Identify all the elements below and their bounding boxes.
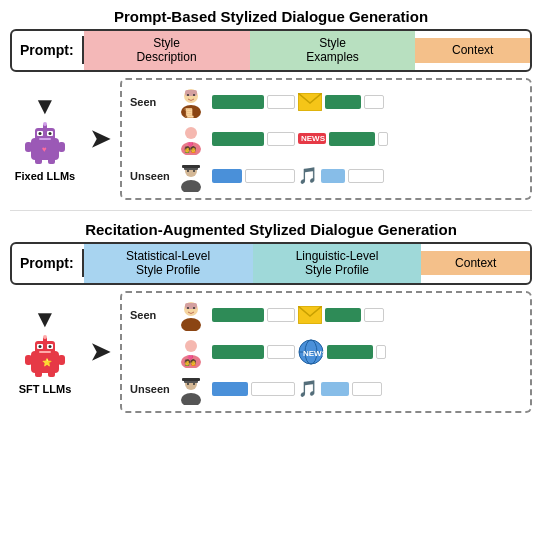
svg-rect-11 bbox=[35, 158, 42, 164]
bottom-unseen-label: Unseen bbox=[130, 383, 170, 395]
top-arrow-right: ➤ bbox=[90, 125, 110, 153]
bottom-seg-stat-profile: Statistical-Level Style Profile bbox=[84, 244, 253, 283]
bottom-bar-green-2 bbox=[212, 345, 264, 359]
top-row-3: Unseen 🎵 bbox=[130, 160, 522, 192]
svg-text:♥: ♥ bbox=[42, 145, 47, 154]
svg-point-7 bbox=[49, 132, 52, 135]
top-seg-style-desc: Style Description bbox=[84, 31, 250, 70]
svg-point-37 bbox=[49, 345, 52, 348]
bottom-bar-white-3 bbox=[251, 382, 295, 396]
svg-text:📜: 📜 bbox=[183, 107, 195, 118]
top-bar-white-1b bbox=[364, 95, 384, 109]
svg-point-58 bbox=[181, 393, 201, 405]
svg-rect-16 bbox=[185, 90, 197, 96]
top-bar-white-1 bbox=[267, 95, 295, 109]
svg-rect-39 bbox=[25, 355, 32, 365]
bottom-bars-3: 🎵 bbox=[212, 379, 522, 398]
top-bars-2: NEWS bbox=[212, 132, 522, 146]
bottom-bar-white-1b bbox=[364, 308, 384, 322]
top-news-badge: NEWS bbox=[298, 133, 326, 144]
bottom-robot-section: ▼ ⭐ SFT LLMs bbox=[10, 307, 80, 396]
top-seen-label: Seen bbox=[130, 96, 170, 108]
svg-text:⭐: ⭐ bbox=[42, 357, 52, 367]
svg-point-47 bbox=[187, 307, 189, 309]
top-prompt-label: Prompt: bbox=[12, 36, 84, 64]
bottom-section: Recitation-Augmented Stylized Dialogue G… bbox=[10, 221, 532, 413]
svg-point-17 bbox=[187, 94, 189, 96]
bottom-prompt-label: Prompt: bbox=[12, 249, 84, 277]
top-char-romantic: 💑 bbox=[175, 123, 207, 155]
main-container: Prompt-Based Stylized Dialogue Generatio… bbox=[0, 0, 542, 544]
svg-point-28 bbox=[187, 170, 189, 172]
svg-rect-60 bbox=[182, 378, 200, 381]
top-prompt-bar: Prompt: Style Description Style Examples… bbox=[10, 29, 532, 72]
bottom-bar-white-2b bbox=[376, 345, 386, 359]
svg-point-25 bbox=[181, 180, 201, 192]
top-robot-icon: ♥ bbox=[23, 122, 67, 166]
bottom-seg-ling-profile: Linguistic-Level Style Profile bbox=[253, 244, 422, 283]
svg-rect-42 bbox=[48, 371, 55, 377]
top-bar-blue-3 bbox=[212, 169, 242, 183]
top-arrow-down: ▼ bbox=[33, 94, 57, 118]
bottom-examples-box: Seen bbox=[120, 291, 532, 413]
bottom-music-icon: 🎵 bbox=[298, 379, 318, 398]
bottom-robot-label: SFT LLMs bbox=[19, 383, 72, 396]
top-bar-green-1b bbox=[325, 95, 361, 109]
bottom-bars-2: NEWS bbox=[212, 339, 522, 365]
svg-rect-12 bbox=[48, 158, 55, 164]
section-divider bbox=[10, 210, 532, 211]
bottom-bar-white-3b bbox=[352, 382, 382, 396]
bottom-row-1: Seen bbox=[130, 299, 522, 331]
top-bars-1 bbox=[212, 93, 522, 111]
svg-text:💑: 💑 bbox=[184, 141, 197, 154]
top-content-area: ▼ bbox=[10, 78, 532, 200]
svg-point-18 bbox=[193, 94, 195, 96]
svg-point-45 bbox=[181, 318, 201, 331]
svg-point-6 bbox=[39, 132, 42, 135]
svg-point-29 bbox=[193, 170, 195, 172]
bottom-section-title: Recitation-Augmented Stylized Dialogue G… bbox=[10, 221, 532, 238]
svg-rect-38 bbox=[39, 351, 51, 353]
bottom-bar-green-1 bbox=[212, 308, 264, 322]
top-bars-3: 🎵 bbox=[212, 166, 522, 185]
svg-rect-27 bbox=[182, 165, 200, 168]
svg-point-21 bbox=[185, 127, 197, 139]
svg-rect-46 bbox=[185, 303, 197, 309]
top-char-shakespeare: 📜 bbox=[175, 86, 207, 118]
bottom-arrow-right: ➤ bbox=[90, 338, 110, 366]
bottom-bar-blue-3 bbox=[212, 382, 248, 396]
top-section-title: Prompt-Based Stylized Dialogue Generatio… bbox=[10, 8, 532, 25]
svg-point-62 bbox=[193, 383, 195, 385]
bottom-seg-context: Context bbox=[421, 251, 530, 275]
top-row-1: Seen 📜 bbox=[130, 86, 522, 118]
svg-point-36 bbox=[39, 345, 42, 348]
top-char-detective bbox=[175, 160, 207, 192]
top-bar-white-2 bbox=[267, 132, 295, 146]
bottom-char-shakespeare bbox=[175, 299, 207, 331]
svg-point-61 bbox=[187, 383, 189, 385]
top-mail-icon bbox=[298, 93, 322, 111]
top-robot-label: Fixed LLMs bbox=[15, 170, 76, 183]
top-row-2: 💑 NEWS bbox=[130, 123, 522, 155]
svg-point-33 bbox=[43, 335, 47, 339]
bottom-globe-icon: NEWS bbox=[298, 339, 324, 365]
svg-point-50 bbox=[185, 340, 197, 352]
svg-text:💑: 💑 bbox=[184, 354, 197, 367]
bottom-content-area: ▼ ⭐ SFT LLMs bbox=[10, 291, 532, 413]
bottom-char-romantic: 💑 bbox=[175, 336, 207, 368]
top-examples-box: Seen 📜 bbox=[120, 78, 532, 200]
svg-rect-9 bbox=[25, 142, 32, 152]
bottom-mail-icon bbox=[298, 306, 322, 324]
bottom-bar-white-2 bbox=[267, 345, 295, 359]
top-bar-green-1 bbox=[212, 95, 264, 109]
svg-text:NEWS: NEWS bbox=[303, 349, 324, 358]
top-unseen-label: Unseen bbox=[130, 170, 170, 182]
top-bar-white-3b bbox=[348, 169, 384, 183]
bottom-bar-green-2b bbox=[327, 345, 373, 359]
top-bar-white-2b bbox=[378, 132, 388, 146]
top-section: Prompt-Based Stylized Dialogue Generatio… bbox=[10, 8, 532, 200]
svg-rect-10 bbox=[58, 142, 65, 152]
top-music-icon: 🎵 bbox=[298, 166, 318, 185]
top-bar-green-2b bbox=[329, 132, 375, 146]
bottom-bar-green-1b bbox=[325, 308, 361, 322]
